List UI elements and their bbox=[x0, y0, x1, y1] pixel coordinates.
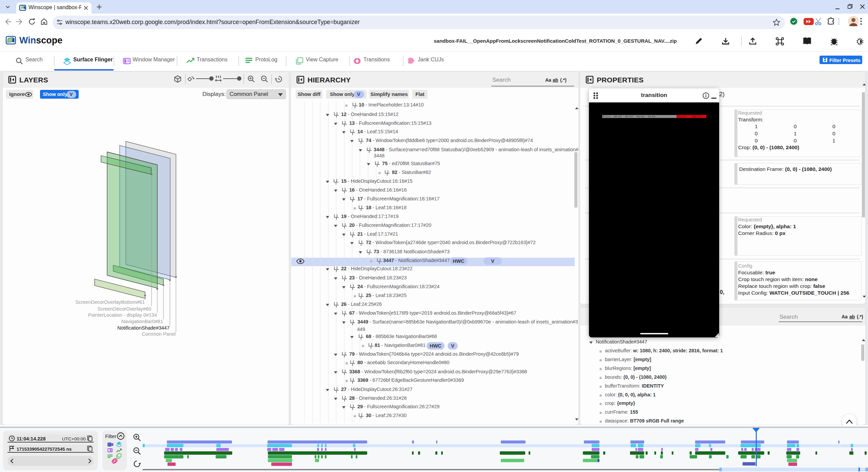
svg-text:PointerLocation - display 0#13: PointerLocation - display 0#134 bbox=[88, 312, 157, 318]
svg-text:Common Panel: Common Panel bbox=[142, 331, 176, 337]
svg-text:ScreenDecorOverlay#60: ScreenDecorOverlay#60 bbox=[97, 306, 151, 312]
svg-text:ScreenDecorOverlayBottom#61: ScreenDecorOverlayBottom#61 bbox=[75, 299, 145, 305]
svg-text:NavigationBar0#81: NavigationBar0#81 bbox=[121, 319, 163, 324]
svg-text:NotificationShade#3447: NotificationShade#3447 bbox=[117, 325, 170, 331]
